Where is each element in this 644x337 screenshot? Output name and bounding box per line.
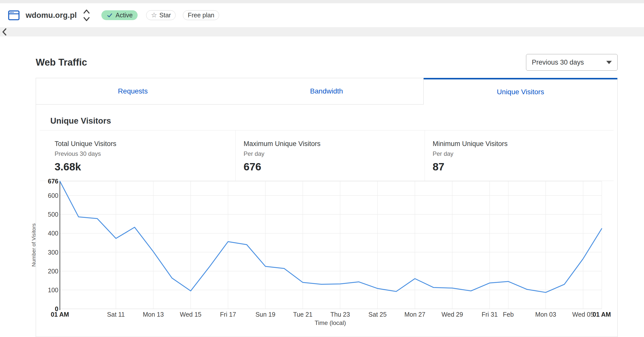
stat-label: Maximum Unique Visitors <box>244 140 424 148</box>
collapse-nav-bar[interactable] <box>0 27 644 36</box>
svg-text:400: 400 <box>48 230 58 237</box>
svg-text:600: 600 <box>48 192 58 199</box>
svg-text:Feb: Feb <box>503 311 514 318</box>
svg-text:500: 500 <box>48 211 58 218</box>
chevron-left-icon[interactable] <box>2 28 7 36</box>
stat-maximum-unique-visitors: Maximum Unique Visitors Per day 676 <box>235 130 424 181</box>
stat-total-unique-visitors: Total Unique Visitors Previous 30 days 3… <box>40 130 235 181</box>
stat-sublabel: Previous 30 days <box>55 150 235 157</box>
svg-text:Wed 05: Wed 05 <box>572 311 594 318</box>
svg-text:Time (local): Time (local) <box>315 319 346 326</box>
star-icon: ☆ <box>151 12 157 19</box>
browser-window-icon <box>8 10 20 20</box>
plan-badge[interactable]: Free plan <box>183 10 219 20</box>
page-title: Web Traffic <box>36 57 87 68</box>
svg-text:Wed 29: Wed 29 <box>441 311 463 318</box>
stat-minimum-unique-visitors: Minimum Unique Visitors Per day 87 <box>425 130 614 181</box>
svg-text:Wed 15: Wed 15 <box>180 311 202 318</box>
site-header: wdomu.org.pl Active ☆ Star Free plan <box>0 3 644 27</box>
svg-text:Mon 27: Mon 27 <box>405 311 425 318</box>
stat-sublabel: Per day <box>244 150 424 157</box>
stats-row: Total Unique Visitors Previous 30 days 3… <box>40 130 614 181</box>
traffic-tabs: Requests Bandwidth Unique Visitors <box>36 78 617 105</box>
svg-text:Mon 03: Mon 03 <box>535 311 556 318</box>
site-name: wdomu.org.pl <box>26 11 77 20</box>
time-range-value: Previous 30 days <box>532 59 584 66</box>
tab-requests[interactable]: Requests <box>36 78 230 105</box>
up-down-chevrons-icon[interactable] <box>83 9 90 22</box>
caret-down-icon <box>606 61 612 64</box>
web-traffic-section: Web Traffic Previous 30 days Requests Ba… <box>36 54 618 337</box>
star-button-label: Star <box>159 12 171 19</box>
star-button[interactable]: ☆ Star <box>146 10 176 20</box>
svg-text:Mon 13: Mon 13 <box>143 311 164 318</box>
check-icon <box>106 12 113 19</box>
svg-text:Fri 17: Fri 17 <box>220 311 236 318</box>
tab-unique-visitors[interactable]: Unique Visitors <box>424 78 617 105</box>
status-badge-label: Active <box>115 12 133 19</box>
svg-text:Thu 23: Thu 23 <box>330 311 350 318</box>
svg-text:Tue 21: Tue 21 <box>293 311 312 318</box>
stat-label: Total Unique Visitors <box>55 140 235 148</box>
svg-text:Sat 11: Sat 11 <box>107 311 125 318</box>
svg-text:676: 676 <box>48 178 58 185</box>
time-range-dropdown[interactable]: Previous 30 days <box>526 54 618 71</box>
svg-text:Fri 31: Fri 31 <box>481 311 498 318</box>
top-strip <box>0 0 644 3</box>
stat-sublabel: Per day <box>433 150 614 157</box>
status-badge: Active <box>101 10 138 20</box>
stat-label: Minimum Unique Visitors <box>433 140 614 148</box>
tab-bandwidth[interactable]: Bandwidth <box>230 78 424 105</box>
svg-text:01 AM: 01 AM <box>51 311 69 318</box>
svg-text:01 AM: 01 AM <box>593 311 611 318</box>
plan-badge-label: Free plan <box>188 12 214 19</box>
line-chart-svg[interactable]: 010020030040050060067601 AMSat 11Mon 13W… <box>36 181 617 333</box>
svg-text:100: 100 <box>48 286 58 294</box>
unique-visitors-line-chart[interactable]: 010020030040050060067601 AMSat 11Mon 13W… <box>36 181 617 333</box>
stat-value: 87 <box>433 161 614 173</box>
svg-text:300: 300 <box>48 249 58 256</box>
svg-text:200: 200 <box>48 268 58 275</box>
traffic-panel: Requests Bandwidth Unique Visitors Uniqu… <box>36 78 618 337</box>
svg-text:Sun 19: Sun 19 <box>255 311 275 318</box>
stat-value: 676 <box>244 161 424 173</box>
stat-value: 3.68k <box>55 161 235 173</box>
panel-heading: Unique Visitors <box>50 116 617 126</box>
svg-text:Sat 25: Sat 25 <box>369 311 387 318</box>
svg-text:Number of Visitors: Number of Visitors <box>31 223 36 267</box>
